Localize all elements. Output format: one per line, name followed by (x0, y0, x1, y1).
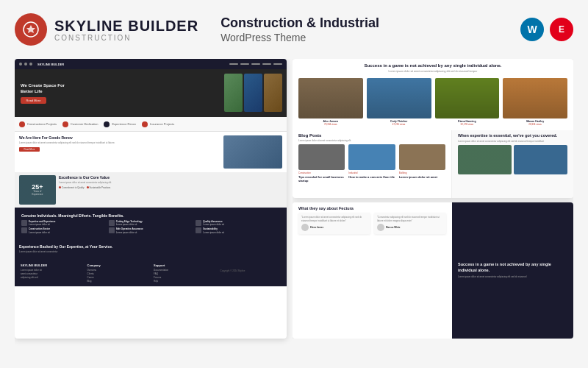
genuine-icon (109, 220, 115, 226)
blog-grid: Construction Tips revealed for small bus… (298, 144, 445, 183)
team-header: Success in a game is not achieved by any… (293, 59, 573, 75)
mini-stat: Customer Dedication (62, 121, 98, 127)
blog-img-1 (298, 144, 345, 170)
logo-title: SKYLINE BUILDER (54, 18, 198, 34)
genuine-col-2: Cutting Edge TechnologyLorem ipsum dolor… (109, 220, 193, 234)
mini-stat: Experience Renov (104, 121, 136, 127)
content-text: Lorem ipsum dolor sit amet consectetur a… (19, 141, 220, 145)
team-card-3: Diana Hanning 32,178 views (435, 78, 500, 126)
blog-section: Blog Posts Lorem ipsum dolor sit amet co… (293, 130, 452, 198)
testimonial-avatar-1 (301, 224, 309, 231)
mini-hero-btn: Read More (21, 97, 46, 104)
mini-hero-imgs (224, 74, 282, 112)
footer-item: Documentation (154, 269, 215, 272)
footer-item: adipiscing elit sed (21, 276, 82, 279)
mini-genuine-section: Genuine Individuals. Meaningful Efforts.… (15, 208, 287, 237)
success-text: Lorem ipsum dolor sit amet consectetur a… (458, 275, 567, 279)
genuine-col-3: Quality AssuranceLorem ipsum dolor sit S… (196, 220, 280, 234)
mini-stat: Insurance Projects (142, 121, 174, 127)
testimonial-name-1: Elena James (310, 226, 323, 229)
footer-item: Help (154, 280, 215, 283)
blog-tag-1: Construction (298, 171, 345, 174)
nav-dot (24, 63, 27, 66)
team-photo-4 (503, 78, 567, 118)
footer-item: FAQ (154, 272, 215, 275)
footer-col-title: SKYLINE BUILDER (21, 263, 82, 267)
counter-list: Commitment to Quality Sustainable Practi… (59, 186, 282, 189)
header-description: Construction & Industrial WordPress Them… (198, 15, 520, 43)
testimonial-card-2: "Consectetur adipiscing elit sed do eius… (374, 213, 446, 234)
footer-item: Career (87, 276, 148, 279)
stat-text: Experience Renov (112, 122, 136, 126)
blog-card-3: Building Lorem ipsum dolor sit amet (399, 144, 445, 183)
genuine-text: Cutting Edge TechnologyLorem ipsum dolor… (116, 220, 143, 226)
testimonial-text-1: "Lorem ipsum dolor sit amet consectetur … (301, 216, 368, 222)
team-card-1: Alex Jonsen 78,334 views (298, 78, 363, 126)
genuine-item: Safe Operative AssuranceLorem ipsum dolo… (109, 227, 193, 233)
footer-col-title: Support (154, 263, 215, 267)
team-photo-1 (298, 78, 363, 118)
testimonials-grid: "Lorem ipsum dolor sit amet consectetur … (298, 213, 446, 234)
content-img (223, 135, 282, 169)
nav-link (251, 63, 260, 65)
genuine-icon (196, 220, 201, 226)
genuine-icon (21, 220, 27, 226)
team-card-2: Cody Fletcher 47,256 views (367, 78, 431, 126)
genuine-item: Cutting Edge TechnologyLorem ipsum dolor… (109, 220, 193, 226)
team-title: Success in a game is not achieved by any… (298, 63, 567, 69)
blog-card-1: Construction Tips revealed for small bus… (298, 144, 345, 183)
team-grid: Alex Jonsen 78,334 views Cody Fletcher 4… (293, 75, 573, 130)
genuine-icon (196, 227, 201, 233)
mini-footer: SKYLINE BUILDER Lorem ipsum dolor sit am… (15, 261, 287, 286)
counter-dot (59, 186, 61, 188)
genuine-title: Genuine Individuals. Meaningful Efforts.… (21, 213, 280, 218)
expertise-text: Lorem ipsum dolor sit amet consectetur a… (458, 140, 567, 144)
genuine-text: Quality AssuranceLorem ipsum dolor sit (203, 220, 224, 226)
nav-link (240, 63, 249, 65)
team-photo-3 (435, 78, 500, 118)
blog-img-2 (348, 144, 395, 170)
content-title: We Are Here For Goods Renov (19, 135, 220, 140)
team-role-3: 32,178 views (461, 123, 474, 126)
hero-img-1 (224, 74, 243, 112)
blog-tag-2: Industrial (348, 171, 395, 174)
success-panel: Success in a game is not achieved by any… (452, 202, 573, 339)
mini-testimonial: Experience Backed by Our Expertise, at Y… (15, 237, 287, 261)
team-photo-2 (367, 78, 431, 118)
right-preview: Success in a game is not achieved by any… (293, 59, 573, 339)
stat-text: Insurance Projects (150, 122, 174, 126)
footer-item: Blog (87, 280, 148, 283)
counter-title: Excellence is Our Core Value (59, 175, 282, 180)
footer-col-copyright: Copyright © 2024 Skyline (220, 263, 282, 283)
footer-item: Forums (154, 276, 215, 279)
logo-text: SKYLINE BUILDER CONSTRUCTION (54, 18, 198, 42)
testimonial-author-2: Marcus White (377, 224, 443, 231)
footer-item: Overview (87, 269, 148, 272)
wordpress-icon: W (520, 18, 544, 41)
testimonials-section: What they say about Fectura "Lorem ipsum… (293, 202, 452, 339)
expertise-img-1 (458, 145, 512, 174)
stat-icon (19, 121, 25, 127)
content-btn: Read More (19, 147, 40, 152)
expertise-imgs (458, 145, 567, 174)
genuine-text: Construction SectorLorem ipsum dolor sit (29, 227, 50, 233)
team-role-2: 47,256 views (392, 123, 406, 126)
logo-area: SKYLINE BUILDER CONSTRUCTION (15, 13, 198, 46)
mini-hero: We Create Space For Better Life Read Mor… (15, 69, 287, 117)
hero-img-2 (244, 74, 262, 112)
blog-tag-3: Building (399, 171, 445, 174)
hero-img-3 (264, 74, 282, 112)
team-role-4: 28,934 views (528, 123, 542, 126)
testimonials-title: What they say about Fectura (298, 206, 446, 210)
genuine-icon (109, 227, 115, 233)
expertise-title: When expertise is essential, we've got y… (458, 133, 567, 138)
nav-link (229, 63, 238, 65)
testimonial-text: Experience Backed by Our Expertise, at Y… (19, 244, 282, 250)
expertise-img-2 (514, 145, 567, 174)
testimonial-sub: Lorem ipsum dolor sit amet consectetur (19, 250, 282, 253)
counter-row: 25+ Years ofExperience Excellence is Our… (15, 172, 287, 208)
team-card-4: Mason Hartley 28,934 views (503, 78, 567, 126)
counter-content: Excellence is Our Core Value Lorem ipsum… (59, 175, 282, 205)
team-role-1: 78,334 views (324, 123, 337, 126)
testimonial-author-1: Elena James (301, 224, 368, 231)
